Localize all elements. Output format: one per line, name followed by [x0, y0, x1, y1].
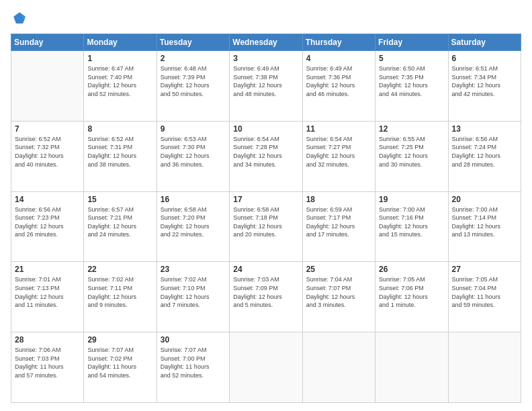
day-info: Sunrise: 7:02 AM Sunset: 7:11 PM Dayligh… — [87, 275, 152, 309]
day-info: Sunrise: 7:05 AM Sunset: 7:06 PM Dayligh… — [379, 275, 444, 309]
day-number: 25 — [306, 265, 371, 274]
weekday-header-saturday: Saturday — [448, 34, 521, 51]
day-info: Sunrise: 7:06 AM Sunset: 7:03 PM Dayligh… — [15, 346, 80, 379]
day-cell: 9Sunrise: 6:53 AM Sunset: 7:30 PM Daylig… — [157, 121, 229, 191]
day-number: 5 — [379, 54, 444, 63]
day-info: Sunrise: 6:49 AM Sunset: 7:38 PM Dayligh… — [233, 64, 298, 98]
day-cell: 28Sunrise: 7:06 AM Sunset: 7:03 PM Dayli… — [11, 332, 84, 403]
day-number: 22 — [87, 265, 152, 274]
day-cell: 19Sunrise: 7:00 AM Sunset: 7:16 PM Dayli… — [375, 191, 448, 262]
day-cell: 10Sunrise: 6:54 AM Sunset: 7:28 PM Dayli… — [230, 121, 302, 191]
day-number: 10 — [233, 124, 298, 134]
day-number: 15 — [87, 195, 152, 204]
day-cell: 4Sunrise: 6:49 AM Sunset: 7:36 PM Daylig… — [302, 51, 375, 122]
day-cell: 29Sunrise: 7:07 AM Sunset: 7:02 PM Dayli… — [84, 332, 157, 403]
weekday-header-row: SundayMondayTuesdayWednesdayThursdayFrid… — [11, 34, 521, 51]
day-info: Sunrise: 6:54 AM Sunset: 7:27 PM Dayligh… — [306, 135, 371, 169]
day-cell: 2Sunrise: 6:48 AM Sunset: 7:39 PM Daylig… — [157, 51, 229, 122]
day-info: Sunrise: 6:54 AM Sunset: 7:28 PM Dayligh… — [233, 135, 298, 169]
header — [11, 8, 521, 28]
day-cell — [448, 332, 521, 403]
day-number: 18 — [306, 195, 371, 204]
day-info: Sunrise: 7:07 AM Sunset: 7:00 PM Dayligh… — [161, 346, 226, 379]
weekday-header-wednesday: Wednesday — [230, 34, 302, 51]
day-number: 14 — [15, 195, 80, 204]
day-number: 27 — [452, 265, 517, 274]
day-info: Sunrise: 6:58 AM Sunset: 7:18 PM Dayligh… — [233, 205, 298, 239]
day-number: 24 — [233, 265, 298, 274]
week-row-2: 7Sunrise: 6:52 AM Sunset: 7:32 PM Daylig… — [11, 121, 521, 191]
day-info: Sunrise: 6:49 AM Sunset: 7:36 PM Dayligh… — [306, 64, 371, 98]
day-number: 6 — [452, 54, 517, 63]
logo-icon — [12, 11, 27, 26]
day-info: Sunrise: 6:53 AM Sunset: 7:30 PM Dayligh… — [161, 135, 226, 169]
day-number: 26 — [379, 265, 444, 274]
day-info: Sunrise: 6:56 AM Sunset: 7:24 PM Dayligh… — [452, 135, 517, 169]
day-cell: 30Sunrise: 7:07 AM Sunset: 7:00 PM Dayli… — [157, 332, 229, 403]
calendar-table: SundayMondayTuesdayWednesdayThursdayFrid… — [11, 34, 521, 403]
day-cell: 14Sunrise: 6:56 AM Sunset: 7:23 PM Dayli… — [11, 191, 84, 262]
day-info: Sunrise: 7:07 AM Sunset: 7:02 PM Dayligh… — [87, 346, 152, 379]
day-cell: 3Sunrise: 6:49 AM Sunset: 7:38 PM Daylig… — [230, 51, 302, 122]
day-info: Sunrise: 6:58 AM Sunset: 7:20 PM Dayligh… — [161, 205, 226, 239]
day-number: 21 — [15, 265, 80, 274]
day-number: 13 — [452, 124, 517, 134]
day-number: 3 — [233, 54, 298, 63]
day-cell — [11, 51, 84, 122]
day-number: 9 — [161, 124, 226, 134]
day-cell: 21Sunrise: 7:01 AM Sunset: 7:13 PM Dayli… — [11, 262, 84, 332]
day-cell: 5Sunrise: 6:50 AM Sunset: 7:35 PM Daylig… — [375, 51, 448, 122]
day-info: Sunrise: 7:02 AM Sunset: 7:10 PM Dayligh… — [161, 275, 226, 309]
day-cell: 26Sunrise: 7:05 AM Sunset: 7:06 PM Dayli… — [375, 262, 448, 332]
day-info: Sunrise: 6:59 AM Sunset: 7:17 PM Dayligh… — [306, 205, 371, 239]
day-info: Sunrise: 6:47 AM Sunset: 7:40 PM Dayligh… — [87, 64, 152, 98]
day-info: Sunrise: 6:50 AM Sunset: 7:35 PM Dayligh… — [379, 64, 444, 98]
day-cell: 18Sunrise: 6:59 AM Sunset: 7:17 PM Dayli… — [302, 191, 375, 262]
page: SundayMondayTuesdayWednesdayThursdayFrid… — [0, 0, 532, 411]
day-cell: 27Sunrise: 7:05 AM Sunset: 7:04 PM Dayli… — [448, 262, 521, 332]
day-info: Sunrise: 7:04 AM Sunset: 7:07 PM Dayligh… — [306, 275, 371, 309]
day-number: 4 — [306, 54, 371, 63]
day-info: Sunrise: 6:52 AM Sunset: 7:31 PM Dayligh… — [87, 135, 152, 169]
day-number: 11 — [306, 124, 371, 134]
day-number: 29 — [87, 335, 152, 345]
day-cell: 1Sunrise: 6:47 AM Sunset: 7:40 PM Daylig… — [84, 51, 157, 122]
day-cell: 23Sunrise: 7:02 AM Sunset: 7:10 PM Dayli… — [157, 262, 229, 332]
day-cell — [375, 332, 448, 403]
day-info: Sunrise: 6:57 AM Sunset: 7:21 PM Dayligh… — [87, 205, 152, 239]
day-cell: 20Sunrise: 7:00 AM Sunset: 7:14 PM Dayli… — [448, 191, 521, 262]
day-cell: 11Sunrise: 6:54 AM Sunset: 7:27 PM Dayli… — [302, 121, 375, 191]
day-info: Sunrise: 7:05 AM Sunset: 7:04 PM Dayligh… — [452, 275, 517, 309]
day-cell: 15Sunrise: 6:57 AM Sunset: 7:21 PM Dayli… — [84, 191, 157, 262]
day-info: Sunrise: 6:55 AM Sunset: 7:25 PM Dayligh… — [379, 135, 444, 169]
day-cell: 25Sunrise: 7:04 AM Sunset: 7:07 PM Dayli… — [302, 262, 375, 332]
day-cell: 6Sunrise: 6:51 AM Sunset: 7:34 PM Daylig… — [448, 51, 521, 122]
day-info: Sunrise: 7:01 AM Sunset: 7:13 PM Dayligh… — [15, 275, 80, 309]
day-number: 12 — [379, 124, 444, 134]
day-number: 1 — [87, 54, 152, 63]
weekday-header-sunday: Sunday — [11, 34, 84, 51]
day-cell: 13Sunrise: 6:56 AM Sunset: 7:24 PM Dayli… — [448, 121, 521, 191]
day-number: 16 — [161, 195, 226, 204]
day-number: 17 — [233, 195, 298, 204]
day-cell: 22Sunrise: 7:02 AM Sunset: 7:11 PM Dayli… — [84, 262, 157, 332]
day-info: Sunrise: 7:00 AM Sunset: 7:16 PM Dayligh… — [379, 205, 444, 239]
weekday-header-tuesday: Tuesday — [157, 34, 229, 51]
day-cell: 7Sunrise: 6:52 AM Sunset: 7:32 PM Daylig… — [11, 121, 84, 191]
day-cell — [302, 332, 375, 403]
day-number: 20 — [452, 195, 517, 204]
day-cell: 24Sunrise: 7:03 AM Sunset: 7:09 PM Dayli… — [230, 262, 302, 332]
day-cell: 8Sunrise: 6:52 AM Sunset: 7:31 PM Daylig… — [84, 121, 157, 191]
weekday-header-monday: Monday — [84, 34, 157, 51]
weekday-header-thursday: Thursday — [302, 34, 375, 51]
day-cell: 12Sunrise: 6:55 AM Sunset: 7:25 PM Dayli… — [375, 121, 448, 191]
day-number: 7 — [15, 124, 80, 134]
day-info: Sunrise: 6:52 AM Sunset: 7:32 PM Dayligh… — [15, 135, 80, 169]
weekday-header-friday: Friday — [375, 34, 448, 51]
week-row-1: 1Sunrise: 6:47 AM Sunset: 7:40 PM Daylig… — [11, 51, 521, 122]
day-number: 2 — [161, 54, 226, 63]
day-info: Sunrise: 7:00 AM Sunset: 7:14 PM Dayligh… — [452, 205, 517, 239]
day-info: Sunrise: 7:03 AM Sunset: 7:09 PM Dayligh… — [233, 275, 298, 309]
week-row-5: 28Sunrise: 7:06 AM Sunset: 7:03 PM Dayli… — [11, 332, 521, 403]
week-row-4: 21Sunrise: 7:01 AM Sunset: 7:13 PM Dayli… — [11, 262, 521, 332]
